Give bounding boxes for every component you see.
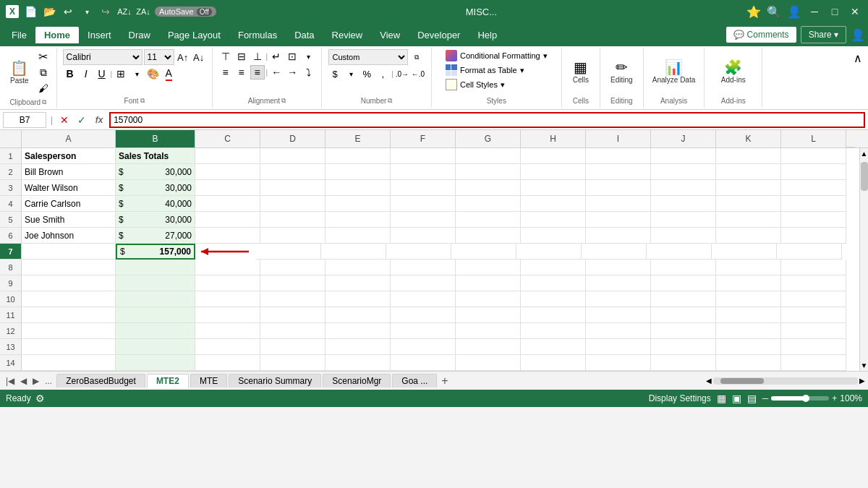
cell-a1[interactable]: Salesperson	[22, 148, 116, 164]
number-expand-icon[interactable]: ⧉	[409, 50, 424, 64]
font-color-button[interactable]: A	[161, 67, 176, 81]
scrollbar-thumb[interactable]	[861, 162, 868, 191]
cell-c3[interactable]	[195, 180, 260, 196]
cell-e5[interactable]	[326, 212, 391, 228]
cell-j6[interactable]	[651, 228, 716, 244]
cell-h7[interactable]	[516, 244, 582, 260]
insert-function-button[interactable]: fx	[92, 113, 106, 127]
cell-c14[interactable]	[195, 355, 260, 371]
close-button[interactable]: ✕	[848, 4, 862, 19]
cell-f9[interactable]	[391, 275, 456, 291]
cell-g5[interactable]	[456, 212, 521, 228]
row-num-14[interactable]: 14	[0, 355, 22, 371]
cell-d5[interactable]	[260, 212, 326, 228]
settings-icon[interactable]: ⚙	[35, 393, 45, 404]
cell-i8[interactable]	[586, 260, 651, 275]
cell-k5[interactable]	[716, 212, 781, 228]
cell-k14[interactable]	[716, 355, 781, 371]
cell-j10[interactable]	[651, 291, 716, 307]
view-layout-button[interactable]: ▣	[732, 393, 741, 404]
tab-nav-prev[interactable]: ◀	[17, 374, 30, 388]
cell-c10[interactable]	[195, 291, 260, 307]
cell-a2[interactable]: Bill Brown	[22, 164, 116, 180]
cell-e2[interactable]	[326, 164, 391, 180]
cell-g4[interactable]	[456, 196, 521, 212]
cell-c13[interactable]	[195, 339, 260, 355]
cell-d2[interactable]	[260, 164, 326, 180]
cell-c11[interactable]	[195, 307, 260, 323]
increase-font-button[interactable]: A↑	[176, 50, 190, 64]
tab-data[interactable]: Data	[286, 27, 323, 43]
cell-b2[interactable]: $30,000	[116, 164, 195, 180]
zoom-in-button[interactable]: +	[832, 393, 837, 403]
cell-j5[interactable]	[651, 212, 716, 228]
cell-f14[interactable]	[391, 355, 456, 371]
cell-h5[interactable]	[521, 212, 586, 228]
cell-f5[interactable]	[391, 212, 456, 228]
sheet-tab-scenario-summary[interactable]: Scenario Summary	[229, 374, 321, 388]
cell-f11[interactable]	[391, 307, 456, 323]
cell-d8[interactable]	[260, 260, 326, 275]
number-format-select[interactable]: Custom	[328, 49, 408, 65]
cell-k11[interactable]	[716, 307, 781, 323]
cell-i11[interactable]	[586, 307, 651, 323]
format-painter-button[interactable]: 🖌	[36, 81, 51, 95]
cell-a11[interactable]	[22, 307, 116, 323]
tab-formulas[interactable]: Formulas	[229, 27, 286, 43]
cell-f3[interactable]	[391, 180, 456, 196]
hscroll-right-button[interactable]: ▶	[859, 377, 865, 385]
cell-h14[interactable]	[521, 355, 586, 371]
sheet-tab-scenariomgr[interactable]: ScenarioMgr	[323, 374, 391, 388]
cell-e6[interactable]	[326, 228, 391, 244]
cell-f6[interactable]	[391, 228, 456, 244]
cell-c1[interactable]	[195, 148, 260, 164]
merge-dropdown-icon[interactable]: ▾	[301, 49, 315, 64]
col-header-a[interactable]: A	[22, 130, 116, 147]
align-extra-button[interactable]: ⤵	[301, 65, 315, 80]
row-num-1[interactable]: 1	[0, 148, 22, 164]
cell-f13[interactable]	[391, 339, 456, 355]
cell-b10[interactable]	[116, 291, 195, 307]
confirm-formula-button[interactable]: ✓	[75, 113, 89, 127]
cell-l9[interactable]	[781, 275, 846, 291]
cell-j4[interactable]	[651, 196, 716, 212]
cell-a4[interactable]: Carrie Carlson	[22, 196, 116, 212]
border-button[interactable]: ⊞	[114, 67, 128, 81]
cell-c6[interactable]	[195, 228, 260, 244]
wrap-text-button[interactable]: ↵	[269, 49, 284, 64]
cell-e9[interactable]	[326, 275, 391, 291]
undo-icon[interactable]: ↩	[61, 4, 75, 19]
row-num-3[interactable]: 3	[0, 180, 22, 196]
tab-nav-ellipsis[interactable]: ...	[42, 374, 55, 388]
cell-j11[interactable]	[651, 307, 716, 323]
currency-button[interactable]: $	[328, 67, 342, 81]
cancel-formula-button[interactable]: ✕	[57, 113, 72, 127]
row-num-6[interactable]: 6	[0, 228, 22, 244]
conditional-formatting-button[interactable]: Conditional Formatting ▾	[444, 49, 549, 62]
cell-g12[interactable]	[456, 323, 521, 339]
top-align-button[interactable]: ⊤	[218, 49, 233, 64]
tab-file[interactable]: File	[3, 27, 35, 43]
cell-f4[interactable]	[391, 196, 456, 212]
fill-color-button[interactable]: 🎨	[145, 67, 160, 81]
tab-view[interactable]: View	[371, 27, 409, 43]
cell-e1[interactable]	[326, 148, 391, 164]
cell-e3[interactable]	[326, 180, 391, 196]
undo-dropdown-icon[interactable]: ▾	[80, 4, 94, 19]
cell-i3[interactable]	[586, 180, 651, 196]
cell-e11[interactable]	[326, 307, 391, 323]
cell-f8[interactable]	[391, 260, 456, 275]
cell-a3[interactable]: Walter Wilson	[22, 180, 116, 196]
cell-d7[interactable]	[256, 244, 321, 260]
alignment-expand-icon[interactable]: ⧉	[281, 97, 286, 105]
cell-e14[interactable]	[326, 355, 391, 371]
align-right-button[interactable]: ≡	[250, 65, 265, 80]
row-num-8[interactable]: 8	[0, 260, 22, 275]
cell-l3[interactable]	[781, 180, 846, 196]
add-sheet-button[interactable]: +	[437, 374, 452, 388]
cell-a8[interactable]	[22, 260, 116, 275]
cell-a10[interactable]	[22, 291, 116, 307]
cell-h13[interactable]	[521, 339, 586, 355]
font-name-select[interactable]: Calibri	[63, 49, 142, 65]
cell-c9[interactable]	[195, 275, 260, 291]
